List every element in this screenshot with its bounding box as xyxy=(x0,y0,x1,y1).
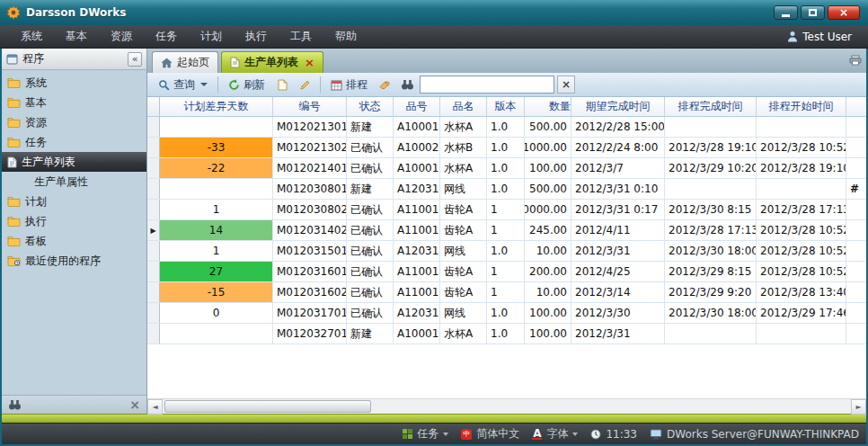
scroll-left-icon[interactable]: ◄ xyxy=(147,399,163,415)
cell-sched-end-time[interactable]: 2012/3/29 8:15 xyxy=(665,262,757,281)
cell-item-name[interactable]: 水杯A xyxy=(440,324,487,343)
edit-button[interactable] xyxy=(295,76,314,94)
statusbar-clock[interactable]: 11:33 xyxy=(590,428,637,441)
close-button[interactable]: × xyxy=(828,5,860,20)
find-button[interactable] xyxy=(397,76,417,94)
cell-status[interactable]: 已确认 xyxy=(347,138,394,157)
menu-basic[interactable]: 基本 xyxy=(54,25,99,48)
cell-item-no[interactable]: A12031 xyxy=(394,303,440,323)
cell-item-no[interactable]: A12031 xyxy=(394,241,440,261)
cell-order-no[interactable]: M012021401 xyxy=(273,158,347,178)
cell-status[interactable]: 已确认 xyxy=(347,220,394,240)
cell-sched-end-time[interactable]: 2012/3/29 9:20 xyxy=(665,282,757,302)
cell-sched-start-time[interactable]: 2012/3/28 10:52 xyxy=(757,241,846,261)
cell-sched-end-time[interactable]: 2012/3/28 19:10 xyxy=(665,138,757,157)
header-sched-end-time[interactable]: 排程完成时间 xyxy=(665,97,757,116)
cell-qty[interactable]: 10.00 xyxy=(525,241,571,261)
cell-item-no[interactable]: A10001 xyxy=(394,324,440,343)
cell-order-no[interactable]: M012021301 xyxy=(273,117,347,137)
statusbar-font-selector[interactable]: A 字体 xyxy=(532,426,578,442)
sidebar-close-search-icon[interactable]: × xyxy=(129,398,140,411)
scrollbar-thumb[interactable] xyxy=(164,400,371,413)
table-row[interactable]: 0 M012031701 已确认 A12031 网线 1.0 100.00 20… xyxy=(147,303,866,324)
cell-version[interactable]: 1.0 xyxy=(487,158,525,178)
binoculars-icon[interactable] xyxy=(8,400,22,410)
tab-home[interactable]: 起始页 xyxy=(152,51,218,73)
cell-version[interactable]: 1.0 xyxy=(487,241,525,261)
cell-item-name[interactable]: 网线 xyxy=(440,241,487,261)
sidebar-item-production-order-list[interactable]: 生产单列表 xyxy=(2,152,146,172)
cell-status[interactable]: 已确认 xyxy=(347,158,394,178)
header-qty[interactable]: 数量 xyxy=(525,97,571,116)
cell-sched-end-time[interactable] xyxy=(665,324,757,343)
cell-item-no[interactable]: A12031 xyxy=(394,179,440,199)
cell-status[interactable]: 已确认 xyxy=(347,200,394,219)
header-order-no[interactable]: 编号 xyxy=(273,97,347,116)
cell-item-no[interactable]: A11001 xyxy=(394,220,440,240)
cell-expected-time[interactable]: 2012/3/14 xyxy=(571,282,665,302)
cell-expected-time[interactable]: 2012/4/25 xyxy=(571,262,665,281)
cell-status[interactable]: 已确认 xyxy=(347,303,394,323)
tab-close-icon[interactable]: × xyxy=(305,57,314,68)
sidebar-item-plan[interactable]: 计划 xyxy=(2,192,146,211)
cell-order-no[interactable]: M012031701 xyxy=(273,303,347,323)
cell-status[interactable]: 新建 xyxy=(347,117,394,137)
table-row[interactable]: -22 M012021401 已确认 A10001 水杯A 1.0 100.00… xyxy=(147,158,866,179)
cell-qty[interactable]: 500.00 xyxy=(525,179,571,199)
scroll-right-icon[interactable]: ► xyxy=(851,399,866,415)
cell-plan-diff-days[interactable]: 27 xyxy=(160,262,273,281)
sidebar-collapse-button[interactable]: « xyxy=(128,52,142,67)
cell-sched-end-time[interactable]: 2012/3/30 18:00 xyxy=(665,241,757,261)
cell-qty[interactable]: 245.00 xyxy=(525,220,571,240)
eraser-button[interactable] xyxy=(375,76,394,94)
table-row[interactable]: 1 M012031501 已确认 A12031 网线 1.0 10.00 201… xyxy=(147,241,866,262)
cell-sched-end-time[interactable] xyxy=(665,179,757,199)
table-row[interactable]: M012032701 新建 A10001 水杯A 1.0 100.00 2012… xyxy=(147,324,866,344)
cell-item-no[interactable]: A11001 xyxy=(394,200,440,219)
table-row[interactable]: ▶ 14 M012031402 已确认 A11001 齿轮A 1 245.00 … xyxy=(147,220,866,241)
header-status[interactable]: 状态 xyxy=(347,97,394,116)
cell-plan-diff-days[interactable]: -33 xyxy=(160,138,273,157)
cell-order-no[interactable]: M012031402 xyxy=(273,220,347,240)
horizontal-scrollbar[interactable]: ◄ ► xyxy=(147,398,866,414)
table-row[interactable]: 1 M012030802 已确认 A11001 齿轮A 1 10000.00 2… xyxy=(147,200,866,220)
cell-sched-start-time[interactable]: 2012/3/28 10:52 xyxy=(757,262,846,281)
cell-sched-start-time[interactable]: 2012/3/28 13:40 xyxy=(757,282,846,302)
cell-plan-diff-days[interactable] xyxy=(160,179,273,199)
menu-plan[interactable]: 计划 xyxy=(189,25,234,48)
cell-item-no[interactable]: A10001 xyxy=(394,158,440,178)
menu-system[interactable]: 系统 xyxy=(9,25,54,48)
cell-qty[interactable]: 100.00 xyxy=(525,158,571,178)
cell-sched-end-time[interactable]: 2012/3/29 10:20 xyxy=(665,158,757,178)
menu-execute[interactable]: 执行 xyxy=(234,25,279,48)
header-version[interactable]: 版本 xyxy=(487,97,525,116)
cell-expected-time[interactable]: 2012/3/31 0:17 xyxy=(571,200,665,219)
cell-item-no[interactable]: A10002 xyxy=(394,138,440,157)
menu-resource[interactable]: 资源 xyxy=(99,25,144,48)
sidebar-item-resource[interactable]: 资源 xyxy=(2,112,146,132)
sidebar-item-kanban[interactable]: 看板 xyxy=(2,231,146,251)
cell-version[interactable]: 1 xyxy=(487,262,525,281)
cell-status[interactable]: 已确认 xyxy=(347,262,394,281)
cell-expected-time[interactable]: 2012/3/31 xyxy=(571,324,665,343)
cell-expected-time[interactable]: 2012/3/7 xyxy=(571,158,665,178)
table-row[interactable]: -15 M012031602 已确认 A11001 齿轮A 1 10.00 20… xyxy=(147,282,866,303)
table-row[interactable]: M012021301 新建 A10001 水杯A 1.0 500.00 2012… xyxy=(147,117,866,138)
table-row[interactable]: M012030801 新建 A12031 网线 1.0 500.00 2012/… xyxy=(147,179,866,200)
cell-item-no[interactable]: A10001 xyxy=(394,117,440,137)
cell-qty[interactable]: 10.00 xyxy=(525,282,571,302)
header-expected-time[interactable]: 期望完成时间 xyxy=(571,97,665,116)
sidebar-item-basic[interactable]: 基本 xyxy=(2,93,146,112)
cell-sched-start-time[interactable]: 2012/3/28 19:10 xyxy=(757,158,846,178)
cell-item-no[interactable]: A11001 xyxy=(394,282,440,302)
cell-version[interactable]: 1 xyxy=(487,220,525,240)
cell-qty[interactable]: 1000.00 xyxy=(525,138,571,157)
cell-version[interactable]: 1.0 xyxy=(487,117,525,137)
cell-sched-end-time[interactable]: 2012/3/30 18:00 xyxy=(665,303,757,323)
cell-order-no[interactable]: M012030802 xyxy=(273,200,347,219)
cell-qty[interactable]: 100.00 xyxy=(525,324,571,343)
cell-plan-diff-days[interactable]: 14 xyxy=(160,220,273,240)
header-plan-diff-days[interactable]: 计划差异天数 xyxy=(160,97,273,116)
statusbar-task-selector[interactable]: 任务 xyxy=(403,426,448,442)
cell-expected-time[interactable]: 2012/2/24 8:00 xyxy=(571,138,665,157)
